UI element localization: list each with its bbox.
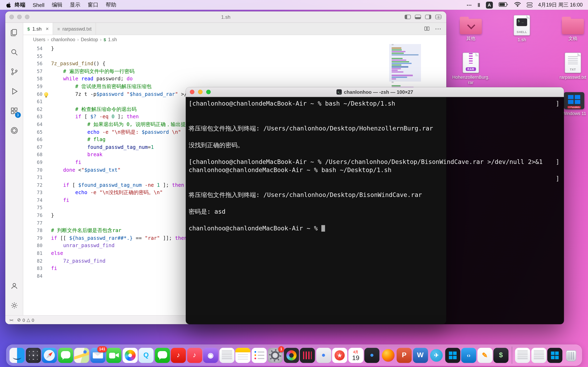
audio-levels-app-dock-icon[interactable] [300,348,315,363]
code-line[interactable]: 567z_passwd_find() { [23,60,446,67]
netease-music-dock-icon[interactable]: ♪ [171,348,186,363]
tab-1.sh[interactable]: $1.sh× [23,23,53,35]
documents-stack-dock-icon[interactable] [515,348,530,363]
run-debug-icon[interactable] [5,82,23,101]
color-design-app-dock-icon[interactable] [284,348,299,363]
windows11-vm-dock-icon[interactable] [547,348,562,363]
customize-layout-icon[interactable] [435,15,441,19]
tab-rarpasswd.txt[interactable]: ≡rarpasswd.txt [53,23,96,35]
token: $passwd_txt [84,167,118,173]
qq-dock-icon[interactable]: Q [139,348,154,363]
menu-item-编辑[interactable]: 编辑 [48,1,66,8]
menu-item-窗口[interactable]: 窗口 [84,1,102,8]
search-icon[interactable] [5,42,23,62]
apple-music-dock-icon[interactable]: ♪ [187,348,202,363]
trash-dock-icon[interactable] [563,348,579,363]
line-number: 55 [23,52,43,60]
terminal-output[interactable]: [chanlonhoo@chanlondeMacBook-Air ~ % bas… [186,97,564,324]
breadcrumb-item[interactable]: Desktop [81,37,98,42]
powerpoint-dock-icon[interactable]: P [397,348,412,363]
reminders-dock-icon[interactable] [251,348,267,363]
desktop-icon-file-1sh[interactable]: $ _SHELL1.sh [502,15,541,42]
terminal-window[interactable]: >_ chanlonhoo — -zsh — 100×27 [chanlonho… [186,87,564,324]
lightbulb-icon[interactable] [44,92,48,96]
menu-item-终端[interactable]: 终端 [11,1,29,8]
toggle-sidebar-icon[interactable] [405,15,411,19]
wechat-dock-icon[interactable] [155,348,170,363]
settings-gear-icon[interactable] [5,296,23,315]
launchpad-dock-icon[interactable] [26,348,41,363]
toggle-secondary-sidebar-icon[interactable] [425,15,431,19]
code-line[interactable]: 58 while read password; do [23,75,446,83]
control-center-icon[interactable] [527,2,532,7]
breadcrumb-file[interactable]: 1.sh [108,37,117,42]
menu-item-显示[interactable]: 显示 [66,1,84,8]
apple-menu-icon[interactable] [6,2,11,8]
file-stack-dock-icon[interactable] [531,348,546,363]
code-line[interactable]: 54} [23,45,446,52]
token: ]]; [160,235,175,241]
breadcrumb-item[interactable]: chanlonhoo [51,37,75,42]
menu-clock[interactable]: 4月19日 周三 16:00 [538,1,583,8]
code-line[interactable]: 55 [23,52,446,60]
menu-item-帮助[interactable]: 帮助 [102,1,120,8]
code-line[interactable]: 57 # 遍历密码文件中的每一行密码 [23,68,446,75]
firefox-dock-icon[interactable] [380,348,396,363]
code-text: break [51,151,103,159]
tab-label: 1.sh [32,26,42,32]
messages-dock-icon[interactable] [58,348,73,363]
vscode-titlebar[interactable]: 1.sh [5,11,446,23]
desktop-icon-folder-documents[interactable]: 文稿 [553,15,588,41]
file-kind-tag: RAR [466,67,476,71]
dark-media-app-dock-icon[interactable]: ● [364,348,380,363]
red-media-app-dock-icon[interactable]: ★ [332,348,347,363]
terminal-app-dock-icon[interactable]: $ [493,348,509,363]
terminal-proxy-icon[interactable]: >_ [337,89,342,95]
desktop-icon-file-rarpasswd-txt[interactable]: TXTrarpasswd.txt [553,52,588,80]
safari-dock-icon[interactable] [42,348,57,363]
line-number: 68 [23,151,43,159]
maps-dock-icon[interactable] [74,348,89,363]
menu-item-Shell[interactable]: Shell [29,2,48,8]
parallels-menu-icon[interactable]: ‖ [477,2,480,8]
textedit-dock-icon[interactable] [219,348,234,363]
system-settings-dock-icon[interactable]: 1 [268,348,283,363]
pages-pen-app-dock-icon[interactable]: ✎ [477,348,493,363]
app-glyph: P [402,351,406,359]
vscode-dock-icon[interactable]: ‹› [461,348,476,363]
remote-desktop-app-dock-icon[interactable]: ● [316,348,331,363]
desktop-icon-folder-others[interactable]: 其他 [451,15,490,41]
breadcrumb[interactable]: Users›chanlonhoo›Desktop›$1.sh [23,35,446,44]
battery-icon[interactable] [499,2,508,8]
podcasts-dock-icon[interactable]: ◉ [203,348,218,363]
photos-dock-icon[interactable] [122,348,138,363]
chatgpt-extension-icon[interactable] [5,121,23,140]
explorer-icon[interactable] [5,23,23,42]
word-dock-icon[interactable]: W [413,348,428,363]
source-control-icon[interactable] [5,62,23,82]
text-lines-icon [568,56,578,65]
desktop-icon-label: Windows 11 [562,111,586,116]
accounts-icon[interactable] [5,276,23,296]
mail-dock-icon[interactable]: 141 [90,348,105,363]
ellipsis-menu-icon[interactable]: ⋯ [467,2,472,8]
remote-indicator-icon[interactable]: >< [9,318,13,322]
windows-remote-app-dock-icon[interactable] [445,348,460,363]
breadcrumb-item[interactable]: Users [33,37,45,42]
close-tab-icon[interactable]: × [46,26,49,32]
calendar-dock-icon[interactable]: 4月19 [348,348,363,363]
extensions-icon[interactable]: 3 [5,101,23,121]
split-editor-icon[interactable] [424,26,430,32]
toggle-panel-icon[interactable] [415,15,421,19]
terminal-titlebar[interactable]: >_ chanlonhoo — -zsh — 100×27 [186,87,564,97]
parallels-badge: ‖ Parallels [567,106,581,108]
notes-dock-icon[interactable] [235,348,251,363]
finder-dock-icon[interactable] [9,348,25,363]
facetime-dock-icon[interactable] [106,348,121,363]
telegram-dock-icon[interactable]: ✈ [429,348,444,363]
desktop-icon-file-hohenzollernburg-rar[interactable]: RARHohenzollernBurg.rar [451,52,490,85]
input-source-icon[interactable]: A [486,1,493,8]
more-actions-icon[interactable]: ⋯ [435,25,441,33]
problems-indicator[interactable]: ⊘ 0 △ 0 [17,317,34,323]
wifi-icon[interactable] [514,2,521,8]
